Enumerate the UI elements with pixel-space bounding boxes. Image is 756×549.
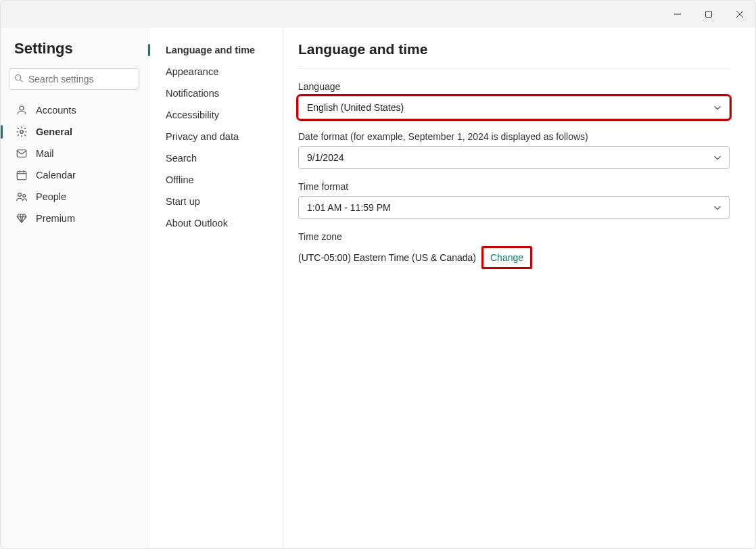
nav-label: Start up xyxy=(166,196,200,207)
person-icon xyxy=(16,104,28,116)
nav-label: Search xyxy=(166,153,197,164)
nav-label: Premium xyxy=(36,213,75,224)
close-button[interactable] xyxy=(724,1,755,28)
nav-label: People xyxy=(36,191,66,202)
gear-icon xyxy=(16,126,28,138)
language-label: Language xyxy=(298,81,731,92)
sidebar-item-people[interactable]: People xyxy=(9,186,139,208)
language-value: English (United States) xyxy=(307,102,404,113)
change-timezone-link[interactable]: Change xyxy=(481,246,532,269)
nav-label: Language and time xyxy=(166,45,255,55)
svg-point-4 xyxy=(16,75,21,80)
main-panel: Language and time Language English (Unit… xyxy=(283,28,755,548)
sub-item-accessibility[interactable]: Accessibility xyxy=(160,105,276,125)
settings-window: Settings Accounts Genera xyxy=(0,0,756,549)
sub-item-start-up[interactable]: Start up xyxy=(160,191,276,212)
window-body: Settings Accounts Genera xyxy=(1,28,755,548)
dateformat-label: Date format (for example, September 1, 2… xyxy=(298,131,731,142)
sidebar-item-general[interactable]: General xyxy=(9,121,139,143)
mail-icon xyxy=(16,147,28,160)
dateformat-value: 9/1/2024 xyxy=(307,152,344,163)
svg-point-6 xyxy=(20,106,24,110)
svg-point-13 xyxy=(18,193,22,197)
sidebar-item-mail[interactable]: Mail xyxy=(9,143,139,164)
diamond-icon xyxy=(16,212,28,224)
sub-item-search[interactable]: Search xyxy=(160,148,276,168)
maximize-button[interactable] xyxy=(693,1,724,28)
settings-title: Settings xyxy=(9,40,139,66)
secondary-sidebar: Language and time Appearance Notificatio… xyxy=(148,28,283,548)
svg-point-7 xyxy=(20,130,24,134)
svg-line-5 xyxy=(20,80,22,82)
language-select[interactable]: English (United States) xyxy=(298,96,730,119)
field-time-zone: Time zone (UTC-05:00) Eastern Time (US &… xyxy=(298,231,731,269)
search-input[interactable] xyxy=(9,68,139,90)
titlebar xyxy=(1,1,755,28)
sub-item-notifications[interactable]: Notifications xyxy=(160,83,276,103)
nav-label: Privacy and data xyxy=(166,131,239,142)
timeformat-value: 1:01 AM - 11:59 PM xyxy=(307,202,391,213)
sidebar-item-calendar[interactable]: Calendar xyxy=(9,164,139,186)
nav-label: Mail xyxy=(36,148,54,159)
timeformat-select[interactable]: 1:01 AM - 11:59 PM xyxy=(298,196,730,219)
nav-label: Accessibility xyxy=(166,110,219,120)
timezone-label: Time zone xyxy=(298,231,731,242)
search-icon xyxy=(14,74,23,85)
primary-sidebar: Settings Accounts Genera xyxy=(1,28,148,548)
svg-rect-8 xyxy=(17,150,26,158)
timezone-value: (UTC-05:00) Eastern Time (US & Canada) xyxy=(298,252,476,263)
sub-item-offline[interactable]: Offline xyxy=(160,170,276,190)
minimize-button[interactable] xyxy=(662,1,693,28)
page-title: Language and time xyxy=(298,41,731,69)
field-date-format: Date format (for example, September 1, 2… xyxy=(298,131,731,169)
svg-rect-1 xyxy=(706,11,712,18)
sidebar-item-accounts[interactable]: Accounts xyxy=(9,99,139,121)
nav-label: Notifications xyxy=(166,88,219,99)
nav-label: Offline xyxy=(166,174,194,185)
people-icon xyxy=(16,191,28,203)
sub-item-appearance[interactable]: Appearance xyxy=(160,62,276,82)
chevron-down-icon xyxy=(713,103,722,112)
calendar-icon xyxy=(16,169,28,181)
sub-item-privacy-and-data[interactable]: Privacy and data xyxy=(160,126,276,147)
chevron-down-icon xyxy=(713,203,722,212)
nav-label: General xyxy=(36,126,72,137)
nav-label: About Outlook xyxy=(166,218,228,229)
timeformat-label: Time format xyxy=(298,181,731,192)
nav-label: Calendar xyxy=(36,170,76,181)
nav-label: Accounts xyxy=(36,105,76,116)
nav-label: Appearance xyxy=(166,66,218,77)
dateformat-select[interactable]: 9/1/2024 xyxy=(298,146,730,169)
field-language: Language English (United States) xyxy=(298,81,731,119)
sub-item-language-and-time[interactable]: Language and time xyxy=(160,40,276,60)
chevron-down-icon xyxy=(713,153,722,162)
sub-item-about-outlook[interactable]: About Outlook xyxy=(160,213,276,233)
svg-point-14 xyxy=(23,195,26,197)
svg-rect-9 xyxy=(17,172,26,180)
window-controls xyxy=(662,1,755,28)
search-wrap xyxy=(9,68,139,90)
primary-nav: Accounts General Mail xyxy=(9,99,139,229)
field-time-format: Time format 1:01 AM - 11:59 PM xyxy=(298,181,731,219)
sidebar-item-premium[interactable]: Premium xyxy=(9,208,139,229)
